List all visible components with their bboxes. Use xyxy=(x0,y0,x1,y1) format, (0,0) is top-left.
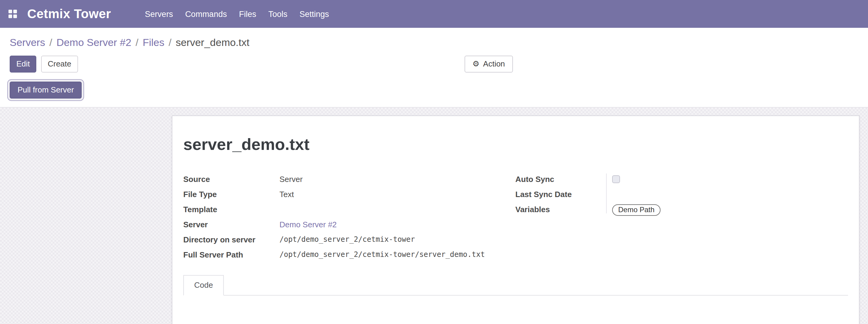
field-groups: Source Server File Type Text Template Se… xyxy=(183,172,848,262)
field-value-variables: Demo Path xyxy=(606,202,848,217)
control-panel: Servers/Demo Server #2/Files/server_demo… xyxy=(0,36,868,107)
field-label-file-type: File Type xyxy=(183,187,279,202)
top-navbar: Cetmix Tower Servers Commands Files Tool… xyxy=(0,0,868,28)
field-label-directory: Directory on server xyxy=(183,232,279,247)
breadcrumb-separator: / xyxy=(168,37,171,48)
button-row: Edit Create ⚙Action xyxy=(10,56,868,72)
field-value-full-path: /opt/demo_server_2/cetmix-tower/server_d… xyxy=(279,247,515,262)
nav-item-tools[interactable]: Tools xyxy=(262,5,293,23)
field-value-last-sync-date xyxy=(606,187,848,202)
field-value-source: Server xyxy=(279,172,515,187)
pull-row: Pull from Server xyxy=(10,82,868,107)
field-label-full-path: Full Server Path xyxy=(183,247,279,262)
field-value-template xyxy=(279,202,515,217)
tab-code[interactable]: Code xyxy=(183,275,224,296)
nav-item-commands[interactable]: Commands xyxy=(179,5,233,23)
breadcrumb-separator: / xyxy=(135,37,138,48)
field-label-template: Template xyxy=(183,202,279,217)
auto-sync-checkbox xyxy=(612,175,620,183)
action-button-label: Action xyxy=(483,59,505,69)
apps-grid-square xyxy=(8,10,12,13)
apps-grid-icon[interactable] xyxy=(8,10,17,18)
variable-tag-demo-path: Demo Path xyxy=(612,204,660,216)
pull-from-server-button[interactable]: Pull from Server xyxy=(10,82,82,99)
group-divider xyxy=(606,173,607,214)
field-value-file-type: Text xyxy=(279,187,515,202)
gear-icon: ⚙ xyxy=(472,59,479,69)
breadcrumb: Servers/Demo Server #2/Files/server_demo… xyxy=(10,36,868,50)
field-label-last-sync-date: Last Sync Date xyxy=(515,187,606,202)
field-label-variables: Variables xyxy=(515,202,606,217)
nav-item-settings[interactable]: Settings xyxy=(293,5,335,23)
field-label-auto-sync: Auto Sync xyxy=(515,172,606,187)
breadcrumb-link-files[interactable]: Files xyxy=(143,37,164,48)
field-group-left: Source Server File Type Text Template Se… xyxy=(183,172,515,262)
content-area: server_demo.txt Source Server File Type … xyxy=(0,107,868,324)
server-link[interactable]: Demo Server #2 xyxy=(279,220,337,229)
notebook: Code xyxy=(183,275,848,296)
breadcrumb-current: server_demo.txt xyxy=(176,37,249,48)
breadcrumb-separator: / xyxy=(49,37,52,48)
apps-grid-square xyxy=(13,10,17,13)
create-button[interactable]: Create xyxy=(41,56,78,72)
action-dropdown-button[interactable]: ⚙Action xyxy=(465,56,513,72)
edit-button[interactable]: Edit xyxy=(10,56,37,72)
apps-grid-square xyxy=(8,14,12,18)
app-window: Cetmix Tower Servers Commands Files Tool… xyxy=(0,0,868,324)
form-sheet: server_demo.txt Source Server File Type … xyxy=(172,116,860,324)
nav-item-files[interactable]: Files xyxy=(233,5,262,23)
breadcrumb-link-demo-server[interactable]: Demo Server #2 xyxy=(57,37,131,48)
brand-title[interactable]: Cetmix Tower xyxy=(27,7,111,21)
field-value-directory: /opt/demo_server_2/cetmix-tower xyxy=(279,232,515,247)
apps-grid-square xyxy=(13,14,17,18)
field-label-source: Source xyxy=(183,172,279,187)
breadcrumb-link-servers[interactable]: Servers xyxy=(10,37,45,48)
field-value-auto-sync xyxy=(606,172,848,187)
nav-item-servers[interactable]: Servers xyxy=(139,5,179,23)
field-group-right: Auto Sync Last Sync Date Variables Demo … xyxy=(515,172,848,262)
tab-header: Code xyxy=(183,275,848,296)
record-title: server_demo.txt xyxy=(183,134,848,155)
field-label-server: Server xyxy=(183,217,279,232)
field-value-server: Demo Server #2 xyxy=(279,217,515,232)
navbar-menu: Servers Commands Files Tools Settings xyxy=(139,5,335,23)
